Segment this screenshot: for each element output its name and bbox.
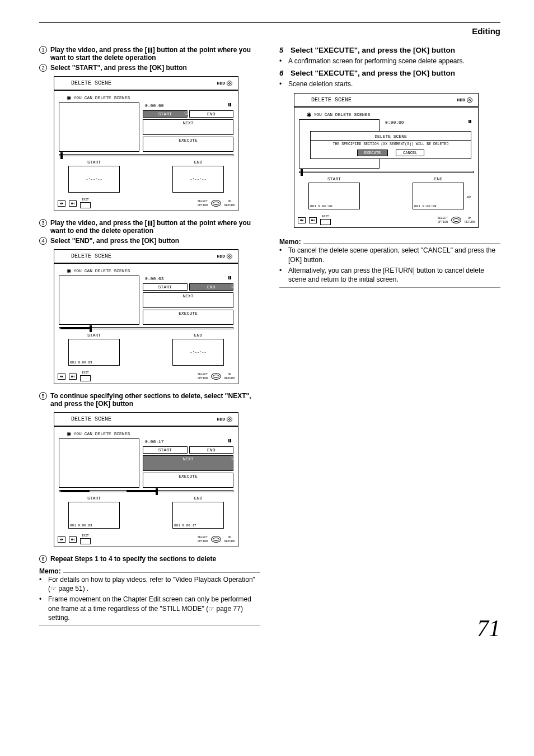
pause-icon (228, 439, 231, 442)
skip-next-icon: ⏭ (69, 536, 77, 543)
osd-time: 0:00:00 (145, 103, 164, 108)
pause-icon (148, 48, 152, 53)
osd-panel-confirm: DELETE SCENE HDD ✱YOU CAN DELETE SCENES … (294, 93, 479, 228)
hand-cursor-icon: ☟ (229, 282, 237, 292)
section-heading: Editing (39, 26, 500, 36)
jog-wheel-icon (451, 217, 461, 223)
execute-button[interactable]: EXECUTE☟ (357, 150, 388, 156)
right-step6-sub: •Scene deletion starts. (279, 80, 500, 88)
circled-3: 3 (39, 219, 47, 227)
italic-5: 5 (279, 46, 287, 54)
thumb-start: -:--:-- (68, 166, 120, 193)
memo-heading: Memo: (279, 236, 500, 244)
hand-cursor-icon: ☟ (387, 151, 395, 161)
end-button[interactable]: END (189, 110, 234, 118)
cancel-button[interactable]: CANCEL (396, 150, 424, 156)
dialog-title: DELETE SCENE (311, 134, 471, 141)
step6-text: Repeat Steps 1 to 4 to specify the secti… (50, 555, 260, 563)
progress-bar (299, 171, 474, 173)
italic-6: 6 (279, 69, 287, 77)
circled-2: 2 (39, 64, 47, 72)
thumb-end: 001 0:00:17 (172, 502, 224, 529)
next-button[interactable]: NEXT (143, 119, 233, 135)
progress-bar (59, 490, 233, 492)
pause-icon (148, 221, 152, 226)
osd-title: DELETE SCENE (71, 80, 111, 86)
disc-icon (467, 97, 472, 103)
step3-text-a: Play the video, and press the [ (50, 219, 147, 227)
thumb-end: -:--:-- (172, 339, 224, 366)
skip-next-icon: ⏭ (309, 217, 317, 223)
end-button[interactable]: END☟ (189, 283, 234, 291)
execute-button[interactable]: EXECUTE (143, 310, 233, 325)
right-step5-sub: •A confirmation screen for performing sc… (279, 57, 500, 66)
step-4: 4 Select "END", and press the [OK] butto… (39, 237, 260, 245)
osd-panel-1: DELETE SCENE HDD ✱YOU CAN DELETE SCENES … (54, 76, 238, 211)
asterisk-icon: ✱ (67, 269, 71, 273)
start-button[interactable]: START (143, 283, 188, 291)
osd-footer: ⏮ ⏭ EXIT SELECTOPTION OKRETURN (54, 196, 238, 211)
step-6: 6 Repeat Steps 1 to 4 to specify the sec… (39, 555, 260, 563)
thumb-end-label: END (163, 160, 233, 165)
osd-panel-2: DELETE SCENE HDD ✱YOU CAN DELETE SCENES … (54, 249, 238, 384)
disc-icon (227, 254, 232, 259)
disc-icon (227, 81, 232, 86)
right-step6-text: Select "EXECUTE", and press the [OK] but… (291, 69, 500, 77)
arrow-right-icon: ⇨ (467, 192, 471, 201)
pause-icon (228, 103, 231, 106)
memo-item: •For details on how to play videos, refe… (39, 575, 260, 593)
execute-button[interactable]: EXECUTE (143, 473, 233, 488)
skip-prev-icon: ⏮ (58, 536, 65, 543)
video-preview (59, 276, 139, 325)
video-preview (59, 102, 139, 152)
progress-bar (59, 154, 233, 156)
asterisk-icon: ✱ (67, 96, 71, 100)
asterisk-icon: ✱ (67, 432, 71, 436)
memo-item: •Frame movement on the Chapter Edit scre… (39, 595, 260, 622)
circled-5: 5 (39, 392, 47, 400)
jog-wheel-icon (211, 373, 221, 380)
execute-button[interactable]: EXECUTE (143, 137, 233, 152)
next-button[interactable]: NEXT☟ (143, 455, 233, 471)
pause-icon (228, 276, 231, 279)
jog-wheel-icon (211, 536, 221, 543)
right-step-6: 6 Select "EXECUTE", and press the [OK] b… (279, 69, 500, 77)
step-1: 1 Play the video, and press the [] butto… (39, 46, 260, 62)
circled-6: 6 (39, 555, 47, 563)
right-step5-text: Select "EXECUTE", and press the [OK] but… (291, 46, 500, 54)
thumb-end: -:--:-- (172, 166, 224, 193)
step5-text: To continue specifying other sections to… (50, 392, 260, 408)
start-button[interactable]: START (143, 446, 188, 454)
jog-wheel-icon (211, 200, 221, 207)
page-number: 71 (477, 615, 500, 642)
skip-next-icon: ⏭ (69, 374, 77, 380)
video-preview (59, 438, 139, 488)
skip-prev-icon: ⏮ (58, 200, 65, 207)
circled-1: 1 (39, 46, 47, 54)
osd-panel-3: DELETE SCENE HDD ✱YOU CAN DELETE SCENES … (54, 412, 238, 547)
osd-msg: YOU CAN DELETE SCENES (73, 95, 130, 100)
right-step-5: 5 Select "EXECUTE", and press the [OK] b… (279, 46, 500, 54)
skip-prev-icon: ⏮ (58, 374, 65, 380)
hdd-badge: HDD (217, 81, 232, 86)
skip-next-icon: ⏭ (69, 200, 77, 207)
confirm-dialog: DELETE SCENE THE SPECIFIED SECTION (XX S… (310, 131, 471, 159)
step-3: 3 Play the video, and press the [] butto… (39, 219, 260, 235)
hand-cursor-icon: ☟ (229, 454, 237, 464)
step4-text: Select "END", and press the [OK] button (50, 237, 260, 245)
next-button[interactable]: NEXT (143, 292, 233, 308)
step1-text-a: Play the video, and press the [ (50, 46, 147, 54)
circled-4: 4 (39, 237, 47, 245)
step-2: 2 Select "START", and press the [OK] but… (39, 64, 260, 72)
thumb-start: 001 0:00:03 (68, 339, 120, 366)
step-5: 5 To continue specifying other sections … (39, 392, 260, 408)
memo-item: •Alternatively, you can press the [RETUR… (279, 266, 500, 284)
skip-prev-icon: ⏮ (298, 217, 306, 223)
end-button[interactable]: END (189, 446, 234, 454)
start-button[interactable]: START☟ (143, 110, 188, 118)
pause-icon (469, 120, 471, 123)
progress-bar (59, 327, 233, 329)
memo-heading: Memo: (39, 565, 260, 573)
asterisk-icon: ✱ (307, 113, 311, 117)
thumb-start-label: START (59, 160, 129, 165)
